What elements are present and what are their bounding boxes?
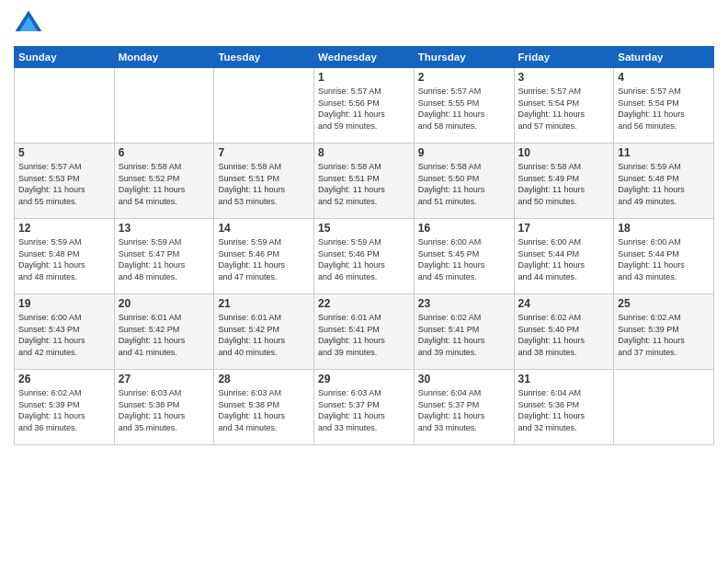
calendar-week-row: 26Sunrise: 6:02 AM Sunset: 5:39 PM Dayli… (15, 370, 714, 445)
calendar-cell: 16Sunrise: 6:00 AM Sunset: 5:45 PM Dayli… (414, 219, 514, 294)
day-number: 5 (18, 146, 110, 159)
day-info: Sunrise: 5:57 AM Sunset: 5:53 PM Dayligh… (18, 161, 110, 207)
day-number: 13 (119, 222, 210, 235)
weekday-header: Sunday (15, 47, 115, 68)
calendar-cell: 4Sunrise: 5:57 AM Sunset: 5:54 PM Daylig… (614, 68, 714, 144)
calendar-cell (214, 68, 314, 144)
day-number: 1 (318, 71, 410, 84)
calendar-cell: 31Sunrise: 6:04 AM Sunset: 5:36 PM Dayli… (514, 370, 614, 445)
day-number: 20 (119, 297, 210, 310)
day-number: 14 (218, 222, 310, 235)
calendar-cell: 8Sunrise: 5:58 AM Sunset: 5:51 PM Daylig… (314, 144, 415, 219)
day-number: 12 (18, 222, 110, 235)
day-number: 28 (218, 373, 310, 385)
calendar-cell: 9Sunrise: 5:58 AM Sunset: 5:50 PM Daylig… (414, 144, 514, 219)
calendar-cell: 24Sunrise: 6:02 AM Sunset: 5:40 PM Dayli… (514, 294, 614, 370)
day-info: Sunrise: 5:58 AM Sunset: 5:52 PM Dayligh… (119, 161, 210, 207)
calendar-week-row: 5Sunrise: 5:57 AM Sunset: 5:53 PM Daylig… (15, 144, 714, 219)
calendar-cell: 26Sunrise: 6:02 AM Sunset: 5:39 PM Dayli… (15, 370, 115, 445)
calendar-cell: 3Sunrise: 5:57 AM Sunset: 5:54 PM Daylig… (514, 68, 614, 144)
day-info: Sunrise: 6:04 AM Sunset: 5:37 PM Dayligh… (418, 387, 510, 433)
page: SundayMondayTuesdayWednesdayThursdayFrid… (0, 0, 728, 563)
day-info: Sunrise: 5:58 AM Sunset: 5:51 PM Dayligh… (218, 161, 310, 207)
day-number: 6 (119, 146, 210, 159)
day-info: Sunrise: 6:02 AM Sunset: 5:39 PM Dayligh… (618, 312, 710, 358)
day-number: 9 (418, 146, 510, 159)
day-info: Sunrise: 6:01 AM Sunset: 5:42 PM Dayligh… (218, 312, 310, 358)
day-number: 7 (218, 146, 310, 159)
day-number: 27 (119, 373, 210, 385)
day-info: Sunrise: 6:03 AM Sunset: 5:38 PM Dayligh… (119, 387, 210, 433)
day-number: 3 (518, 71, 610, 84)
calendar-cell: 2Sunrise: 5:57 AM Sunset: 5:55 PM Daylig… (414, 68, 514, 144)
calendar-cell: 18Sunrise: 6:00 AM Sunset: 5:44 PM Dayli… (614, 219, 714, 294)
calendar-cell: 7Sunrise: 5:58 AM Sunset: 5:51 PM Daylig… (214, 144, 314, 219)
day-number: 24 (518, 297, 610, 310)
calendar-cell (614, 370, 714, 445)
weekday-header: Saturday (614, 47, 714, 68)
weekday-header: Monday (114, 47, 214, 68)
calendar-cell: 5Sunrise: 5:57 AM Sunset: 5:53 PM Daylig… (15, 144, 115, 219)
day-info: Sunrise: 5:58 AM Sunset: 5:51 PM Dayligh… (318, 161, 410, 207)
day-number: 26 (18, 373, 110, 385)
day-number: 15 (318, 222, 410, 235)
weekday-header: Tuesday (214, 47, 314, 68)
day-info: Sunrise: 6:01 AM Sunset: 5:42 PM Dayligh… (119, 312, 210, 358)
day-number: 18 (618, 222, 710, 235)
day-number: 2 (418, 71, 510, 84)
weekday-header: Thursday (414, 47, 514, 68)
calendar-cell: 25Sunrise: 6:02 AM Sunset: 5:39 PM Dayli… (614, 294, 714, 370)
calendar-week-row: 12Sunrise: 5:59 AM Sunset: 5:48 PM Dayli… (15, 219, 714, 294)
logo (14, 9, 47, 39)
calendar: SundayMondayTuesdayWednesdayThursdayFrid… (14, 46, 714, 445)
day-info: Sunrise: 6:02 AM Sunset: 5:40 PM Dayligh… (518, 312, 610, 358)
calendar-cell: 27Sunrise: 6:03 AM Sunset: 5:38 PM Dayli… (114, 370, 214, 445)
day-info: Sunrise: 5:57 AM Sunset: 5:54 PM Dayligh… (518, 86, 610, 132)
calendar-cell: 13Sunrise: 5:59 AM Sunset: 5:47 PM Dayli… (114, 219, 214, 294)
weekday-header: Friday (514, 47, 614, 68)
calendar-cell: 10Sunrise: 5:58 AM Sunset: 5:49 PM Dayli… (514, 144, 614, 219)
day-number: 11 (618, 146, 710, 159)
day-info: Sunrise: 6:00 AM Sunset: 5:44 PM Dayligh… (518, 236, 610, 282)
day-info: Sunrise: 5:58 AM Sunset: 5:49 PM Dayligh… (518, 161, 610, 207)
header (14, 9, 714, 39)
logo-icon (14, 9, 43, 39)
day-number: 31 (518, 373, 610, 385)
day-number: 29 (318, 373, 410, 385)
day-number: 16 (418, 222, 510, 235)
calendar-cell: 14Sunrise: 5:59 AM Sunset: 5:46 PM Dayli… (214, 219, 314, 294)
calendar-cell: 15Sunrise: 5:59 AM Sunset: 5:46 PM Dayli… (314, 219, 415, 294)
day-info: Sunrise: 6:03 AM Sunset: 5:38 PM Dayligh… (218, 387, 310, 433)
day-number: 23 (418, 297, 510, 310)
day-info: Sunrise: 5:59 AM Sunset: 5:47 PM Dayligh… (119, 236, 210, 282)
day-number: 17 (518, 222, 610, 235)
calendar-cell: 19Sunrise: 6:00 AM Sunset: 5:43 PM Dayli… (15, 294, 115, 370)
day-info: Sunrise: 5:57 AM Sunset: 5:56 PM Dayligh… (318, 86, 410, 132)
day-number: 4 (618, 71, 710, 84)
calendar-cell: 12Sunrise: 5:59 AM Sunset: 5:48 PM Dayli… (15, 219, 115, 294)
day-info: Sunrise: 6:02 AM Sunset: 5:41 PM Dayligh… (418, 312, 510, 358)
day-info: Sunrise: 5:59 AM Sunset: 5:46 PM Dayligh… (318, 236, 410, 282)
day-info: Sunrise: 6:02 AM Sunset: 5:39 PM Dayligh… (18, 387, 110, 433)
calendar-cell: 28Sunrise: 6:03 AM Sunset: 5:38 PM Dayli… (214, 370, 314, 445)
calendar-body: 1Sunrise: 5:57 AM Sunset: 5:56 PM Daylig… (15, 68, 714, 445)
calendar-cell (15, 68, 115, 144)
calendar-header: SundayMondayTuesdayWednesdayThursdayFrid… (15, 47, 714, 68)
day-number: 8 (318, 146, 410, 159)
calendar-cell: 29Sunrise: 6:03 AM Sunset: 5:37 PM Dayli… (314, 370, 415, 445)
day-info: Sunrise: 6:01 AM Sunset: 5:41 PM Dayligh… (318, 312, 410, 358)
calendar-cell: 20Sunrise: 6:01 AM Sunset: 5:42 PM Dayli… (114, 294, 214, 370)
day-info: Sunrise: 5:59 AM Sunset: 5:48 PM Dayligh… (18, 236, 110, 282)
calendar-week-row: 19Sunrise: 6:00 AM Sunset: 5:43 PM Dayli… (15, 294, 714, 370)
calendar-cell: 11Sunrise: 5:59 AM Sunset: 5:48 PM Dayli… (614, 144, 714, 219)
day-info: Sunrise: 6:04 AM Sunset: 5:36 PM Dayligh… (518, 387, 610, 433)
calendar-cell: 6Sunrise: 5:58 AM Sunset: 5:52 PM Daylig… (114, 144, 214, 219)
weekday-header: Wednesday (314, 47, 415, 68)
day-info: Sunrise: 5:59 AM Sunset: 5:46 PM Dayligh… (218, 236, 310, 282)
day-info: Sunrise: 5:59 AM Sunset: 5:48 PM Dayligh… (618, 161, 710, 207)
day-number: 21 (218, 297, 310, 310)
day-info: Sunrise: 6:00 AM Sunset: 5:45 PM Dayligh… (418, 236, 510, 282)
day-info: Sunrise: 6:00 AM Sunset: 5:43 PM Dayligh… (18, 312, 110, 358)
day-info: Sunrise: 5:57 AM Sunset: 5:54 PM Dayligh… (618, 86, 710, 132)
day-number: 25 (618, 297, 710, 310)
